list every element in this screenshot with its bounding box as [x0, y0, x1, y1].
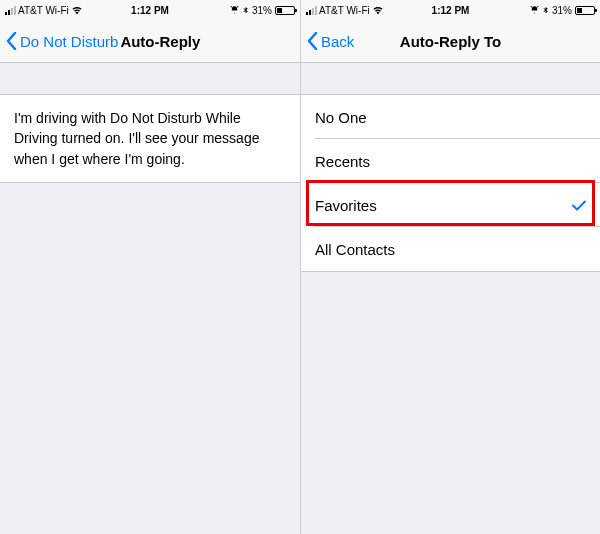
- nav-title: Auto-Reply To: [400, 33, 501, 50]
- option-label: Favorites: [315, 197, 377, 214]
- status-left: AT&T Wi-Fi: [5, 5, 83, 16]
- carrier-label: AT&T Wi-Fi: [18, 5, 69, 16]
- option-label: Recents: [315, 153, 370, 170]
- alarm-icon: [530, 5, 539, 15]
- battery-percent: 31%: [252, 5, 272, 16]
- back-button[interactable]: Do Not Disturb: [6, 32, 118, 50]
- back-label: Back: [321, 33, 354, 50]
- bluetooth-icon: [242, 5, 249, 16]
- carrier-label: AT&T Wi-Fi: [319, 5, 370, 16]
- checkmark-icon: [572, 200, 586, 211]
- back-button[interactable]: Back: [307, 32, 354, 50]
- nav-bar: Back Auto-Reply To: [301, 20, 600, 63]
- wifi-icon: [372, 5, 384, 15]
- battery-percent: 31%: [552, 5, 572, 16]
- option-label: No One: [315, 109, 367, 126]
- auto-reply-message-text: I'm driving with Do Not Disturb While Dr…: [14, 110, 259, 167]
- back-label: Do Not Disturb: [20, 33, 118, 50]
- status-right: 31%: [230, 5, 295, 16]
- option-recents[interactable]: Recents: [301, 139, 600, 183]
- alarm-icon: [230, 5, 239, 15]
- wifi-icon: [71, 5, 83, 15]
- screenshot-right-auto-reply-to: AT&T Wi-Fi 1:12 PM 31% Back Auto-Reply T…: [300, 0, 600, 534]
- signal-icon: [306, 5, 317, 15]
- option-favorites[interactable]: Favorites: [301, 183, 600, 227]
- section-spacer: [301, 63, 600, 94]
- auto-reply-message-cell[interactable]: I'm driving with Do Not Disturb While Dr…: [0, 94, 300, 183]
- status-left: AT&T Wi-Fi: [306, 5, 384, 16]
- option-all-contacts[interactable]: All Contacts: [301, 227, 600, 271]
- battery-icon: [275, 6, 295, 15]
- nav-bar: Do Not Disturb Auto-Reply: [0, 20, 300, 63]
- status-bar: AT&T Wi-Fi 1:12 PM 31%: [301, 0, 600, 20]
- option-no-one[interactable]: No One: [301, 95, 600, 139]
- option-label: All Contacts: [315, 241, 395, 258]
- section-spacer: [0, 63, 300, 94]
- status-bar: AT&T Wi-Fi 1:12 PM 31%: [0, 0, 300, 20]
- chevron-left-icon: [307, 32, 318, 50]
- battery-icon: [575, 6, 595, 15]
- status-time: 1:12 PM: [131, 5, 169, 16]
- nav-title: Auto-Reply: [120, 33, 200, 50]
- chevron-left-icon: [6, 32, 17, 50]
- signal-icon: [5, 5, 16, 15]
- status-right: 31%: [530, 5, 595, 16]
- auto-reply-to-list: No One Recents Favorites All Contacts: [301, 94, 600, 272]
- status-time: 1:12 PM: [432, 5, 470, 16]
- screenshot-left-auto-reply: AT&T Wi-Fi 1:12 PM 31% Do Not Disturb Au…: [0, 0, 300, 534]
- bluetooth-icon: [542, 5, 549, 16]
